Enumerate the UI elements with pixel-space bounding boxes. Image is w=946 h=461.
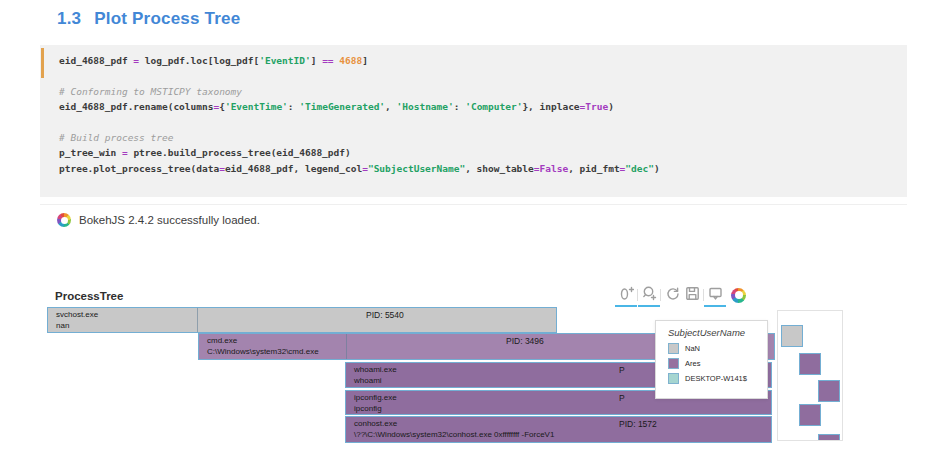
hover-icon [708,286,723,305]
code-token: , show_table [465,163,534,174]
code-token: : [454,101,465,112]
legend-swatch [668,373,679,384]
process-name: svchost.exe [56,310,98,319]
process-cmdline: \??\C:\Windows\system32\conhost.exe 0xff… [354,430,554,439]
minimap-node [799,404,821,426]
code-token: 'EventID' [259,55,310,66]
code-token: 'TimeGenerated' [299,101,385,112]
code-token: ] [362,55,368,66]
code-line: # Conforming to MSTICPY taxonomy [59,84,660,99]
code-editor[interactable]: eid_4688_pdf = log_pdf.loc[log_pdf['Even… [59,53,660,176]
code-token: : [288,101,299,112]
save-icon [685,286,700,305]
toolbar-separator [660,289,661,301]
legend-item[interactable]: NaN [656,341,767,356]
legend-label: Ares [685,359,700,368]
code-line: # Build process tree [59,130,660,145]
minimap-node [818,380,840,402]
code-token: # Conforming to MSTICPY taxonomy [59,86,242,97]
legend-title: SubjectUserName [656,321,767,341]
code-token: 4688 [339,55,362,66]
legend-item[interactable]: DESKTOP-W141$ [656,371,767,386]
wheel-zoom-icon [619,286,634,305]
code-token: # Build process tree [59,132,173,143]
hover-tool[interactable] [705,286,725,304]
tree-overview-minimap[interactable] [777,310,843,441]
bokeh-toolbar[interactable] [616,284,746,306]
process-pid: P [619,393,625,403]
section-heading: 1.3Plot Process Tree [57,9,240,29]
reset-tool[interactable] [662,286,682,304]
code-line: eid_4688_pdf.rename(columns={'EventTime'… [59,99,660,114]
section-title: Plot Process Tree [94,9,240,28]
code-token: eid_4688_pdf [59,55,133,66]
process-pid: P [619,365,625,375]
bokeh-logo-icon [57,213,71,227]
code-token: ptree.build_process_tree(eid_4688_pdf) [128,147,351,158]
process-pid: PID: 5540 [366,310,404,320]
process-node[interactable]: svchost.exenanPID: 5540 [47,307,557,333]
code-token: False [540,163,569,174]
process-cmdline: nan [56,321,69,330]
bokeh-logo-icon[interactable] [731,288,746,303]
code-cell[interactable]: eid_4688_pdf = log_pdf.loc[log_pdf['Even… [40,45,907,197]
section-number: 1.3 [57,9,81,28]
code-token: }, inplace [522,101,579,112]
code-line: eid_4688_pdf = log_pdf.loc[log_pdf['Even… [59,53,660,68]
plot-title: ProcessTree [55,290,123,302]
code-token: p_tree_win [59,147,122,158]
legend-label: DESKTOP-W141$ [685,374,747,383]
process-node[interactable]: conhost.exe\??\C:\Windows\system32\conho… [345,416,772,443]
code-token: "SubjectUserName" [368,163,465,174]
toolbar-separator [637,289,638,301]
process-name: whoami.exe [354,365,397,374]
cell-accent-bar [41,48,44,78]
code-token: 'EventTime' [225,101,288,112]
process-name: cmd.exe [207,336,237,345]
process-pid: PID: 3496 [506,336,544,346]
zoom-in-tool[interactable] [639,286,659,304]
code-token: "dec" [625,163,654,174]
code-token: == [322,55,333,66]
legend-item[interactable]: Ares [656,356,767,371]
process-cmdline: ipconfig [354,404,382,413]
node-divider [197,308,198,332]
reset-icon [665,286,680,305]
legend-swatch [668,358,679,369]
process-cmdline: whoami [354,376,382,385]
code-token: 'Computer' [465,101,522,112]
code-token: , pid_fmt [568,163,619,174]
code-token: eid_4688_pdf, legend_col [225,163,362,174]
node-divider [346,334,347,359]
process-pid: PID: 1572 [619,419,657,429]
code-token: True [585,101,608,112]
code-token: ) [654,163,660,174]
code-line: p_tree_win = ptree.build_process_tree(ei… [59,145,660,160]
code-token: , [385,101,396,112]
code-token: ) [608,101,614,112]
code-token: eid_4688_pdf.rename(columns [59,101,213,112]
minimap-node [799,353,821,375]
bokeh-loaded-message: BokehJS 2.4.2 successfully loaded. [57,213,260,227]
wheel-zoom-tool[interactable] [616,286,636,304]
legend-label: NaN [685,344,700,353]
code-token: ] [311,55,322,66]
output-separator [40,204,907,205]
legend: SubjectUserName NaNAresDESKTOP-W141$ [655,320,768,399]
minimap-node [818,434,840,441]
code-token: ptree.plot_process_tree(data [59,163,219,174]
code-line [59,115,660,130]
process-name: ipconfig.exe [354,393,397,402]
minimap-node [781,325,803,347]
zoom-in-icon [642,286,657,305]
legend-swatch [668,343,679,354]
process-cmdline: C:\Windows\system32\cmd.exe [207,347,319,356]
save-tool[interactable] [682,286,702,304]
code-token: log_pdf.loc[log_pdf[ [139,55,259,66]
bokeh-loaded-text: BokehJS 2.4.2 successfully loaded. [79,214,260,226]
process-name: conhost.exe [354,419,397,428]
code-line: ptree.plot_process_tree(data=eid_4688_pd… [59,161,660,176]
code-line [59,68,660,83]
code-token: 'Hostname' [397,101,454,112]
toolbar-separator [703,289,704,301]
